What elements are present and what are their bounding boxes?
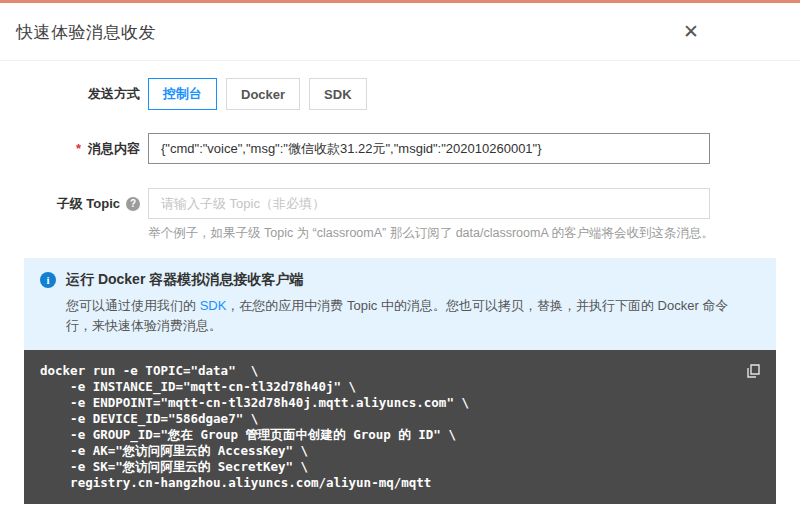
close-icon[interactable]: ✕ [679, 20, 703, 44]
sub-topic-row: 子级 Topic ? [0, 188, 800, 219]
message-content-row: * 消息内容 [0, 133, 800, 164]
dialog-title: 快速体验消息收发 [16, 21, 156, 44]
code-line: -e GROUP_ID="您在 Group 管理页面中创建的 Group 的 I… [40, 427, 736, 443]
help-icon[interactable]: ? [126, 197, 140, 211]
info-box-body: 您可以通过使用我们的 SDK，在您的应用中消费 Topic 中的消息。您也可以拷… [66, 296, 760, 336]
sub-topic-label: 子级 Topic ? [0, 195, 140, 213]
info-icon: i [40, 272, 56, 288]
docker-command-code-block: docker run -e TOPIC="data" \ -e INSTANCE… [24, 350, 776, 504]
code-line: registry.cn-hangzhou.aliyuncs.com/aliyun… [40, 475, 736, 491]
docker-info-box: i 运行 Docker 容器模拟消息接收客户端 您可以通过使用我们的 SDK，在… [24, 258, 776, 350]
sub-topic-label-text: 子级 Topic [57, 195, 120, 213]
required-asterisk: * [76, 141, 81, 156]
message-form: 发送方式 控制台 Docker SDK * 消息内容 子级 Topic ? 举个… [0, 78, 800, 242]
sub-topic-hint-row: 举个例子，如果子级 Topic 为 “classroomA” 那么订阅了 dat… [0, 225, 800, 242]
sub-topic-input[interactable] [148, 188, 710, 219]
message-content-input[interactable] [148, 133, 710, 164]
header-divider [0, 60, 800, 61]
send-method-row: 发送方式 控制台 Docker SDK [0, 78, 800, 110]
info-box-header: i 运行 Docker 容器模拟消息接收客户端 [40, 271, 760, 289]
quick-experience-dialog: { "dialog": { "title": "快速体验消息收发", "clos… [0, 0, 800, 527]
copy-command-button[interactable] [742, 360, 764, 382]
sub-topic-hint: 举个例子，如果子级 Topic 为 “classroomA” 那么订阅了 dat… [148, 225, 714, 242]
code-line: -e AK="您访问阿里云的 AccessKey" \ [40, 443, 736, 459]
code-line: -e ENDPOINT="mqtt-cn-tl32d78h40j.mqtt.al… [40, 395, 736, 411]
tab-sdk[interactable]: SDK [309, 78, 366, 110]
code-line: -e DEVICE_ID="586dgae7" \ [40, 411, 736, 427]
dialog-header: 快速体验消息收发 ✕ [0, 3, 800, 60]
tab-docker[interactable]: Docker [226, 78, 300, 110]
info-box-title: 运行 Docker 容器模拟消息接收客户端 [66, 271, 303, 289]
send-method-label: 发送方式 [0, 85, 140, 103]
info-body-text-before: 您可以通过使用我们的 [66, 298, 200, 313]
copy-pages-icon [744, 362, 762, 380]
code-line: docker run -e TOPIC="data" \ [40, 363, 736, 379]
sdk-link[interactable]: SDK [200, 298, 227, 313]
message-content-label-text: 消息内容 [88, 140, 140, 158]
code-line: -e SK="您访问阿里云的 SecretKey" \ [40, 459, 736, 475]
tab-console[interactable]: 控制台 [148, 78, 217, 110]
code-line: -e INSTANCE_ID="mqtt-cn-tl32d78h40j" \ [40, 379, 736, 395]
message-content-label: * 消息内容 [0, 140, 140, 158]
send-method-tabs: 控制台 Docker SDK [148, 78, 376, 110]
